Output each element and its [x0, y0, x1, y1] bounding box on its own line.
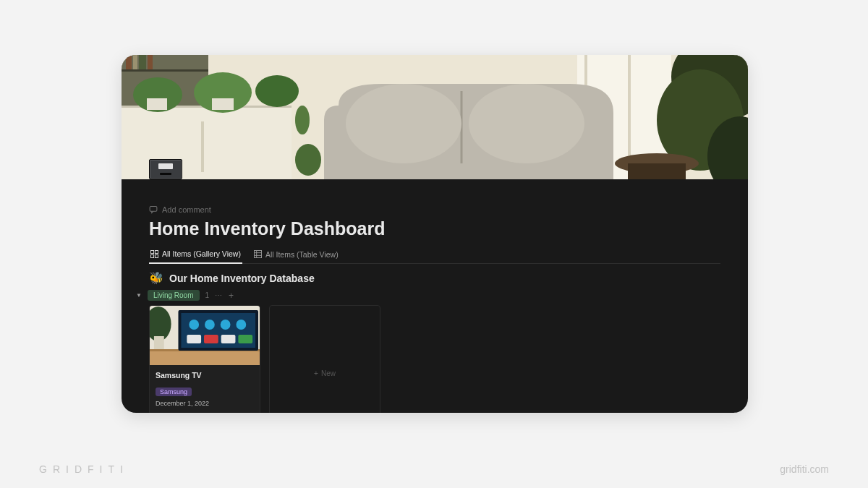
svg-point-15 [255, 75, 299, 107]
new-card-label: New [321, 369, 336, 377]
group-add-button[interactable]: + [229, 291, 234, 301]
svg-rect-50 [221, 335, 236, 343]
svg-rect-29 [150, 250, 153, 253]
table-icon [254, 250, 262, 258]
gallery-icon [150, 250, 158, 258]
svg-rect-17 [212, 98, 234, 110]
svg-point-45 [205, 320, 215, 330]
svg-point-46 [221, 320, 231, 330]
tab-label: All Items (Table View) [265, 250, 339, 259]
watermark-url: gridfiti.com [780, 463, 829, 475]
group-more-button[interactable]: ⋯ [215, 291, 223, 299]
card-cover-image [150, 306, 260, 365]
svg-point-47 [236, 320, 246, 330]
database-emoji: 🐝 [149, 273, 163, 284]
svg-rect-49 [204, 335, 218, 343]
svg-rect-9 [148, 55, 153, 69]
tab-table-view[interactable]: All Items (Table View) [252, 247, 340, 263]
card-title: Samsung TV [156, 371, 254, 380]
svg-rect-6 [126, 55, 132, 69]
card-date: December 1, 2022 [156, 400, 254, 407]
svg-rect-7 [133, 55, 137, 69]
svg-rect-31 [150, 254, 153, 257]
tab-gallery-view[interactable]: All Items (Gallery View) [149, 247, 242, 264]
group-count: 1 [205, 291, 210, 299]
comment-icon [149, 205, 158, 214]
svg-rect-40 [150, 349, 260, 365]
svg-rect-32 [155, 254, 158, 257]
svg-rect-39 [154, 336, 164, 349]
app-window: Add comment Home Inventory Dashboard All… [122, 55, 748, 413]
group-header: ▼ Living Room 1 ⋯ + [136, 290, 720, 301]
watermark-brand: GRIDFITI [39, 463, 129, 475]
new-card-button[interactable]: + New [269, 305, 380, 413]
svg-rect-16 [147, 98, 167, 110]
tab-label: All Items (Gallery View) [162, 249, 241, 258]
group-toggle-icon[interactable]: ▼ [136, 292, 142, 299]
svg-point-27 [295, 106, 310, 134]
svg-rect-48 [187, 335, 201, 343]
svg-rect-8 [139, 55, 146, 69]
group-tag[interactable]: Living Room [148, 290, 200, 301]
database-title-row[interactable]: 🐝 Our Home Inventory Database [149, 273, 720, 284]
svg-rect-10 [122, 106, 292, 179]
svg-rect-33 [254, 250, 261, 257]
card-body: Samsung TV Samsung December 1, 2022 Amaz… [150, 365, 260, 413]
add-comment-button[interactable]: Add comment [149, 205, 720, 214]
plus-icon: + [314, 369, 318, 377]
svg-rect-5 [122, 69, 208, 72]
svg-rect-30 [155, 250, 158, 253]
svg-rect-28 [150, 207, 157, 212]
tv-thumbnail [150, 306, 260, 365]
gallery-cards: Samsung TV Samsung December 1, 2022 Amaz… [149, 305, 720, 413]
view-tabs: All Items (Gallery View) All Items (Tabl… [149, 247, 720, 264]
page-title: Home Inventory Dashboard [149, 218, 720, 239]
cover-image [122, 55, 748, 179]
database-title: Our Home Inventory Database [169, 273, 315, 284]
brand-tag: Samsung [156, 388, 192, 396]
svg-rect-51 [238, 335, 252, 343]
page-content: Add comment Home Inventory Dashboard All… [122, 179, 748, 413]
add-comment-label: Add comment [162, 205, 211, 214]
svg-point-44 [189, 320, 199, 330]
file-cabinet-icon [149, 159, 182, 179]
cover-illustration [122, 55, 748, 179]
page-icon [149, 159, 182, 179]
svg-rect-25 [628, 163, 686, 179]
item-card[interactable]: Samsung TV Samsung December 1, 2022 Amaz… [149, 305, 260, 413]
svg-point-26 [295, 144, 321, 176]
svg-rect-12 [201, 121, 204, 172]
